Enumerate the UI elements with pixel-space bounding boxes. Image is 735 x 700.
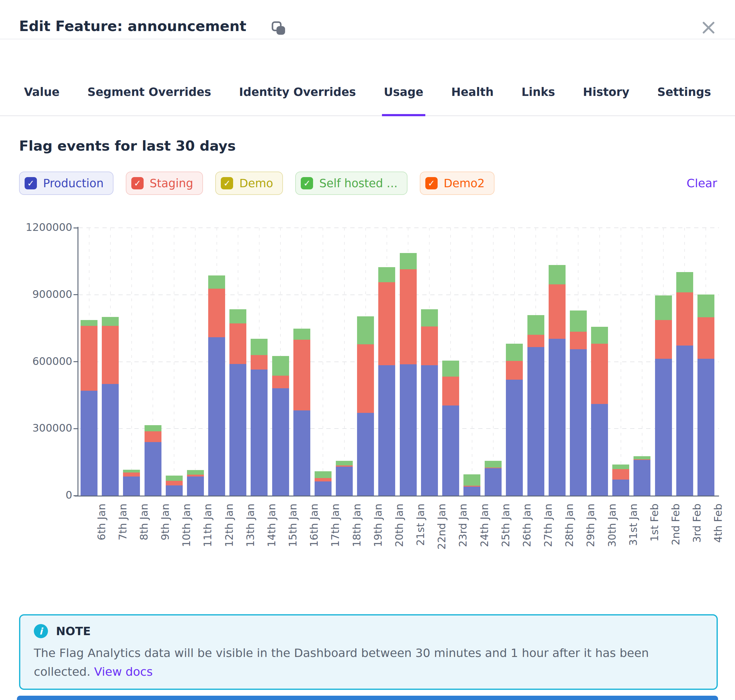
bar-segment-self-hosted[interactable]	[357, 316, 374, 344]
checkbox-checked-icon[interactable]: ✓	[131, 177, 144, 190]
checkbox-checked-icon[interactable]: ✓	[301, 177, 313, 190]
tab-segment-overrides[interactable]: Segment Overrides	[85, 85, 213, 116]
bar-segment-self-hosted[interactable]	[166, 476, 183, 481]
bar-segment-self-hosted[interactable]	[187, 470, 204, 475]
bar-segment-production[interactable]	[549, 339, 566, 496]
bar-segment-production[interactable]	[357, 413, 374, 496]
bar-segment-production[interactable]	[208, 337, 225, 496]
env-filter-demo[interactable]: ✓Demo	[215, 172, 283, 195]
bar-segment-staging[interactable]	[464, 486, 480, 487]
bar-segment-production[interactable]	[485, 468, 502, 496]
bar-segment-self-hosted[interactable]	[655, 296, 672, 320]
bar-segment-production[interactable]	[633, 460, 650, 496]
tab-usage[interactable]: Usage	[382, 85, 425, 116]
tab-settings[interactable]: Settings	[655, 85, 713, 116]
bar-segment-self-hosted[interactable]	[421, 309, 438, 326]
bar-segment-staging[interactable]	[378, 282, 395, 365]
bar-segment-staging[interactable]	[676, 293, 693, 346]
bar-segment-staging[interactable]	[144, 431, 162, 442]
tab-value[interactable]: Value	[22, 85, 62, 116]
bar-segment-self-hosted[interactable]	[336, 461, 353, 465]
bar-segment-self-hosted[interactable]	[612, 465, 629, 469]
checkbox-checked-icon[interactable]: ✓	[221, 177, 233, 190]
tab-identity-overrides[interactable]: Identity Overrides	[237, 85, 358, 116]
bar-segment-staging[interactable]	[591, 344, 608, 404]
bar-segment-production[interactable]	[250, 369, 268, 496]
bar-segment-staging[interactable]	[230, 324, 246, 364]
bar-segment-self-hosted[interactable]	[485, 461, 502, 467]
bar-segment-self-hosted[interactable]	[102, 317, 119, 326]
bar-segment-self-hosted[interactable]	[633, 456, 650, 460]
bar-segment-staging[interactable]	[166, 481, 183, 485]
bar-segment-self-hosted[interactable]	[506, 344, 523, 361]
bar-segment-staging[interactable]	[570, 332, 587, 349]
bar-segment-production[interactable]	[187, 476, 204, 496]
copy-icon[interactable]	[271, 21, 286, 36]
bar-segment-self-hosted[interactable]	[464, 474, 480, 486]
bar-segment-staging[interactable]	[123, 472, 140, 476]
clear-filters-link[interactable]: Clear	[687, 176, 717, 190]
tab-health[interactable]: Health	[449, 85, 495, 116]
bar-segment-self-hosted[interactable]	[315, 471, 331, 478]
bar-segment-production[interactable]	[102, 384, 119, 496]
bar-segment-self-hosted[interactable]	[676, 272, 693, 292]
bar-segment-self-hosted[interactable]	[208, 275, 225, 289]
bar-segment-staging[interactable]	[400, 269, 417, 364]
bar-segment-self-hosted[interactable]	[549, 265, 566, 284]
checkbox-checked-icon[interactable]: ✓	[425, 177, 437, 190]
bar-segment-staging[interactable]	[187, 475, 204, 476]
bar-segment-self-hosted[interactable]	[400, 253, 417, 269]
bar-segment-production[interactable]	[166, 485, 183, 496]
bar-segment-staging[interactable]	[549, 284, 566, 338]
bar-segment-production[interactable]	[697, 359, 714, 496]
bar-segment-production[interactable]	[442, 406, 459, 496]
view-docs-link[interactable]: View docs	[94, 665, 153, 678]
bar-segment-self-hosted[interactable]	[570, 310, 587, 332]
bar-segment-staging[interactable]	[272, 376, 289, 388]
bar-segment-production[interactable]	[293, 410, 310, 496]
env-filter-demo2[interactable]: ✓Demo2	[420, 172, 495, 195]
bar-segment-staging[interactable]	[655, 320, 672, 359]
bar-segment-production[interactable]	[591, 404, 608, 496]
bar-segment-production[interactable]	[144, 442, 162, 496]
bar-segment-staging[interactable]	[208, 289, 225, 337]
bar-segment-production[interactable]	[400, 364, 417, 496]
bar-segment-self-hosted[interactable]	[144, 425, 162, 431]
bar-segment-self-hosted[interactable]	[442, 360, 459, 376]
close-icon[interactable]	[700, 19, 717, 36]
bar-segment-production[interactable]	[81, 391, 97, 496]
bar-segment-staging[interactable]	[612, 469, 629, 479]
bar-segment-staging[interactable]	[506, 361, 523, 379]
bar-segment-production[interactable]	[123, 476, 140, 496]
bar-segment-staging[interactable]	[633, 459, 650, 460]
bar-segment-production[interactable]	[272, 388, 289, 496]
bar-segment-self-hosted[interactable]	[591, 327, 608, 343]
tab-links[interactable]: Links	[520, 85, 557, 116]
bar-segment-production[interactable]	[230, 364, 246, 496]
bar-segment-self-hosted[interactable]	[123, 470, 140, 472]
bar-segment-self-hosted[interactable]	[378, 267, 395, 282]
bar-segment-self-hosted[interactable]	[230, 309, 246, 324]
bar-segment-staging[interactable]	[697, 317, 714, 359]
bar-segment-production[interactable]	[315, 481, 331, 496]
bar-segment-staging[interactable]	[421, 326, 438, 365]
bar-segment-self-hosted[interactable]	[697, 294, 714, 317]
env-filter-staging[interactable]: ✓Staging	[126, 172, 203, 195]
bar-segment-staging[interactable]	[81, 326, 97, 390]
bar-segment-self-hosted[interactable]	[272, 356, 289, 376]
bar-segment-production[interactable]	[655, 359, 672, 496]
bar-segment-production[interactable]	[676, 346, 693, 496]
bar-segment-staging[interactable]	[442, 376, 459, 406]
env-filter-self-hosted[interactable]: ✓Self hosted ...	[295, 172, 407, 195]
bar-segment-staging[interactable]	[102, 326, 119, 384]
bar-segment-production[interactable]	[612, 479, 629, 496]
tab-history[interactable]: History	[581, 85, 631, 116]
bar-segment-staging[interactable]	[250, 355, 268, 369]
bar-segment-production[interactable]	[464, 487, 480, 496]
bar-segment-self-hosted[interactable]	[81, 320, 97, 326]
bar-segment-staging[interactable]	[293, 340, 310, 410]
checkbox-checked-icon[interactable]: ✓	[25, 177, 37, 190]
bar-segment-production[interactable]	[527, 347, 544, 496]
bar-segment-production[interactable]	[506, 380, 523, 496]
bar-segment-production[interactable]	[336, 467, 353, 496]
